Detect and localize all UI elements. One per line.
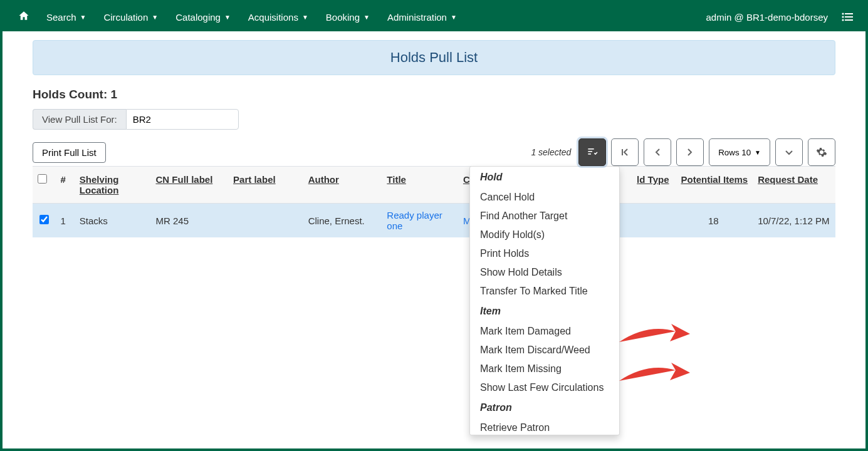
dropdown-item-modify-holds[interactable]: Modify Hold(s) <box>470 226 619 244</box>
settings-button[interactable] <box>808 138 835 166</box>
nav-administration[interactable]: Administration▼ <box>379 3 466 31</box>
cell-author: Cline, Ernest. <box>303 204 382 238</box>
prev-page-button[interactable] <box>644 138 671 166</box>
dropdown-section-item: Item <box>470 301 619 322</box>
cell-request-date: 10/7/22, 1:12 PM <box>753 204 835 238</box>
select-all-checkbox[interactable] <box>38 174 47 184</box>
table-row[interactable]: 1 Stacks MR 245 Cline, Ernest. Ready pla… <box>33 204 835 238</box>
dropdown-item-show-hold-details[interactable]: Show Hold Details <box>470 263 619 282</box>
nav-circulation[interactable]: Circulation▼ <box>95 3 167 31</box>
svg-rect-6 <box>588 148 594 150</box>
expand-button[interactable] <box>775 138 803 166</box>
first-page-button[interactable] <box>611 138 639 166</box>
caret-down-icon: ▼ <box>152 14 158 21</box>
nav-search[interactable]: Search▼ <box>38 3 95 31</box>
dropdown-item-cancel-hold[interactable]: Cancel Hold <box>470 188 619 207</box>
annotation-arrow-missing <box>616 359 691 388</box>
cell-cn: MR 245 <box>150 204 228 238</box>
selected-count-label: 1 selected <box>531 147 571 157</box>
home-icon[interactable] <box>10 10 38 24</box>
col-request-date[interactable]: Request Date <box>758 174 818 185</box>
nav-search-label: Search <box>46 12 76 23</box>
dropdown-item-print-holds[interactable]: Print Holds <box>470 244 619 263</box>
col-part-label[interactable]: Part label <box>233 174 276 185</box>
nav-circulation-label: Circulation <box>103 12 148 23</box>
cell-hold-type <box>610 204 674 238</box>
view-pull-list-for-label: View Pull List For: <box>33 109 126 130</box>
dropdown-section-hold: Hold <box>470 167 619 188</box>
pull-list-input[interactable] <box>126 109 239 130</box>
col-author[interactable]: Author <box>308 174 339 185</box>
col-number: # <box>55 167 74 204</box>
nav-administration-label: Administration <box>387 12 447 23</box>
dropdown-item-transfer-to-marked-title[interactable]: Transfer To Marked Title <box>470 282 619 301</box>
dropdown-item-show-last-few-circulations[interactable]: Show Last Few Circulations <box>470 378 619 397</box>
cell-number: 1 <box>55 204 74 238</box>
page-banner: Holds Pull List <box>33 40 835 75</box>
caret-down-icon: ▼ <box>755 149 761 156</box>
top-navbar: Search▼ Circulation▼ Cataloging▼ Acquisi… <box>3 3 865 31</box>
dropdown-section-patron: Patron <box>470 397 619 418</box>
nav-acquisitions-label: Acquisitions <box>248 12 298 23</box>
dropdown-item-find-another-target[interactable]: Find Another Target <box>470 207 619 226</box>
svg-rect-7 <box>588 151 593 152</box>
svg-point-4 <box>842 19 844 21</box>
nav-acquisitions[interactable]: Acquisitions▼ <box>239 3 317 31</box>
dropdown-item-mark-item-discard-weed[interactable]: Mark Item Discard/Weed <box>470 341 619 360</box>
col-shelving-location[interactable]: Shelving Location <box>80 174 119 195</box>
caret-down-icon: ▼ <box>451 14 457 21</box>
svg-point-2 <box>842 16 844 18</box>
actions-menu-button[interactable] <box>578 138 606 166</box>
col-title[interactable]: Title <box>387 174 406 185</box>
svg-rect-5 <box>845 19 853 21</box>
cell-shelving: Stacks <box>75 204 151 238</box>
list-menu-icon[interactable] <box>837 13 858 21</box>
row-checkbox[interactable] <box>39 215 49 224</box>
holds-table: # Shelving Location CN Full label Part l… <box>33 166 835 237</box>
col-cn-full-label[interactable]: CN Full label <box>155 174 212 185</box>
svg-rect-8 <box>588 153 592 155</box>
col-hold-type[interactable]: ld Type <box>637 174 669 185</box>
rows-label: Rows 10 <box>718 148 751 157</box>
next-page-button[interactable] <box>676 138 704 166</box>
dropdown-item-mark-item-damaged[interactable]: Mark Item Damaged <box>470 322 619 341</box>
dropdown-item-mark-item-missing[interactable]: Mark Item Missing <box>470 360 619 378</box>
nav-cataloging-label: Cataloging <box>175 12 221 23</box>
nav-booking-label: Booking <box>326 12 360 23</box>
svg-point-0 <box>842 13 844 14</box>
dropdown-item-retrieve-patron[interactable]: Retrieve Patron <box>470 418 619 435</box>
rows-per-page-button[interactable]: Rows 10▼ <box>709 138 770 166</box>
col-potential-items[interactable]: Potential Items <box>681 174 748 185</box>
nav-booking[interactable]: Booking▼ <box>317 3 379 31</box>
cell-potential: 18 <box>674 204 753 238</box>
caret-down-icon: ▼ <box>224 14 231 21</box>
print-full-list-button[interactable]: Print Full List <box>33 142 106 163</box>
svg-rect-1 <box>845 13 853 14</box>
caret-down-icon: ▼ <box>363 14 370 21</box>
svg-rect-3 <box>845 16 853 18</box>
caret-down-icon: ▼ <box>302 14 308 21</box>
caret-down-icon: ▼ <box>80 14 86 21</box>
cell-title-link[interactable]: Ready player one <box>387 210 442 231</box>
holds-count-label: Holds Count: 1 <box>33 88 835 101</box>
annotation-arrow-damaged <box>616 320 691 349</box>
actions-dropdown: Hold Cancel Hold Find Another Target Mod… <box>469 166 620 435</box>
nav-cataloging[interactable]: Cataloging▼ <box>167 3 239 31</box>
cell-part <box>228 204 303 238</box>
user-label: admin @ BR1-demo-bdorsey <box>698 12 837 23</box>
